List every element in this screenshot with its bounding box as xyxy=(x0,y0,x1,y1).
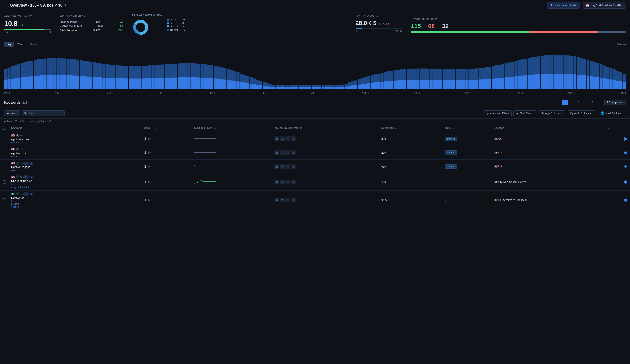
keyword-text[interactable]: bing rank tracker xyxy=(11,179,139,182)
col-options-icon[interactable]: … xyxy=(213,127,217,129)
rank-status-icons: “ xyxy=(148,137,151,140)
col-options-icon[interactable]: … xyxy=(153,127,157,129)
trend-cell xyxy=(605,146,630,160)
keyword-text[interactable]: nightwatch jobs xyxy=(11,165,139,169)
page-1-button[interactable]: 1 xyxy=(562,99,568,105)
svg-rect-88 xyxy=(138,78,141,89)
evolution-cell: 1 xyxy=(192,160,272,173)
chevron-right-icon: › xyxy=(592,112,593,115)
period-week-button[interactable]: Week xyxy=(15,42,26,47)
sv-sort[interactable]: SV (global) … xyxy=(382,127,398,129)
table-header-row: Keywords Rank ↑ … Evolution Graph … Avai… xyxy=(0,124,630,132)
settings-icon[interactable]: ⚙ xyxy=(64,4,67,7)
keyword-url[interactable]: /bing-rank-tracker xyxy=(11,186,139,189)
select-all-checkbox[interactable] xyxy=(2,126,6,130)
refresh-icon[interactable]: ↻ xyxy=(607,126,610,130)
row-checkbox[interactable] xyxy=(2,198,6,202)
svg-rect-320 xyxy=(518,76,521,89)
collapse-button[interactable]: ↕ Collapse xyxy=(615,43,626,46)
row-checkbox[interactable] xyxy=(2,180,6,184)
svg-rect-374 xyxy=(606,79,609,89)
location-sort[interactable]: Location … xyxy=(494,127,509,129)
dynamic-columns-button[interactable]: Dynamic Columns › xyxy=(568,110,596,116)
filter-tags-button[interactable]: ◉ Filter Tags › xyxy=(514,110,536,116)
search-visibility-info-icon[interactable]: ⓘ xyxy=(84,14,86,17)
tag-circle-icon: ◯ xyxy=(444,199,447,202)
all-engines-button[interactable]: 🌐 › All Engines › xyxy=(598,110,626,117)
evolution-cell: 1 xyxy=(192,132,272,146)
page-next-button[interactable]: › xyxy=(596,99,602,105)
open-report-button[interactable]: ⬇ Open Report Builder xyxy=(547,2,580,8)
row-checkbox[interactable] xyxy=(2,151,6,154)
svg-rect-12 xyxy=(14,78,17,89)
quote-icon: “ xyxy=(150,151,151,154)
chart-controls: Day Week Month ↕ Collapse xyxy=(4,42,626,47)
page-3-button[interactable]: 3 xyxy=(576,99,582,105)
pagination: 1 2 3 4 5 › xyxy=(562,99,602,105)
evolution-sort[interactable]: Evolution Graph … xyxy=(194,127,218,129)
keywords-table-wrap: Keywords Rank ↑ … Evolution Graph … Avai… xyxy=(0,124,630,210)
keyword-cell: 🇺🇸 G en night watch seo / (index) xyxy=(8,132,142,146)
row-checkbox[interactable] xyxy=(2,137,6,140)
x-label-2: May 31 xyxy=(107,92,114,94)
keyword-url[interactable]: / (index) xyxy=(11,141,139,144)
page-2-button[interactable]: 2 xyxy=(569,99,575,105)
mini-bar xyxy=(625,165,626,167)
svg-rect-314 xyxy=(508,77,511,89)
keyword-url[interactable]: / (index) xyxy=(11,205,139,208)
per-page-button[interactable]: 50 per page › xyxy=(604,100,626,105)
country-flag: 🇺🇸 xyxy=(11,134,15,137)
svg-rect-162 xyxy=(260,85,262,89)
location-text: 🇺🇸 US xyxy=(494,137,502,140)
keyword-dist-card: KEYWORD DISTRIBUTION Top 3 35 xyxy=(128,11,351,39)
x-label-3: Jun 15 xyxy=(158,92,165,94)
advanced-filters-button[interactable]: ▦ Advanced Filters xyxy=(484,110,512,116)
svg-rect-64 xyxy=(99,77,102,89)
col-options-icon[interactable]: … xyxy=(394,127,398,129)
col-options-icon[interactable]: … xyxy=(505,127,509,129)
svg-rect-92 xyxy=(145,78,148,89)
rank-circle-icon xyxy=(148,152,150,154)
svg-rect-362 xyxy=(586,76,590,89)
rank-sort[interactable]: Rank ↑ … xyxy=(144,127,157,129)
keyword-text[interactable]: nightwatcg xyxy=(11,196,139,199)
mini-bar xyxy=(625,199,626,201)
svg-rect-298 xyxy=(482,79,485,89)
col-options-icon[interactable]: … xyxy=(451,127,455,129)
keywords-title-wrap: Keywords (213) xyxy=(4,101,28,104)
svg-rect-216 xyxy=(348,86,351,89)
actions-button[interactable]: Actions › xyxy=(4,110,20,116)
col-options-icon[interactable]: … xyxy=(303,127,307,129)
keywords-sort[interactable]: Keywords xyxy=(11,127,22,129)
toolbar-left: Actions › 🔍 xyxy=(4,110,64,116)
avg-position-card: AVERAGE POSITION ⓘ 10.8 ↑ 0.1 100 1 xyxy=(0,11,56,39)
svg-rect-332 xyxy=(538,74,540,89)
keyword-url[interactable]: /jobs xyxy=(11,169,139,172)
rank-circle-icon xyxy=(148,181,150,183)
keyword-search-input[interactable] xyxy=(22,110,64,116)
rank-status-icons xyxy=(148,165,150,168)
row-checkbox[interactable] xyxy=(2,165,6,168)
keywords-updown-info-icon[interactable]: ⓘ xyxy=(440,17,442,21)
keyword-text[interactable]: night watch seo xyxy=(11,138,139,141)
serp-sort[interactable]: Available SERP Features … xyxy=(274,127,307,129)
page-5-button[interactable]: 5 xyxy=(590,99,596,105)
date-range-picker[interactable]: 📅 May 1, 2024 – Nov 10, 2024 xyxy=(583,2,626,8)
keyword-flags: 🇺🇸 G en 🔗2 xyxy=(11,161,139,165)
language-badge: en xyxy=(20,193,22,195)
chevron-right-icon: › xyxy=(533,112,534,115)
svg-rect-250 xyxy=(403,80,406,89)
tags-sort[interactable]: Tags … xyxy=(444,127,455,129)
svg-rect-296 xyxy=(479,79,482,89)
chevron-right-icon: › xyxy=(606,112,607,115)
traffic-value-info-icon[interactable]: ⓘ xyxy=(376,14,378,17)
svg-rect-18 xyxy=(24,77,27,89)
keyword-text[interactable]: nightwatch.io xyxy=(11,152,139,155)
avg-position-info-icon[interactable]: ⓘ xyxy=(29,14,32,17)
period-day-button[interactable]: Day xyxy=(4,42,14,47)
svg-rect-284 xyxy=(459,80,462,89)
page-4-button[interactable]: 4 xyxy=(583,99,589,105)
keyword-url[interactable]: / (index) xyxy=(11,155,139,158)
manage-columns-button[interactable]: Manage Columns › xyxy=(538,110,566,116)
period-month-button[interactable]: Month xyxy=(27,42,40,47)
